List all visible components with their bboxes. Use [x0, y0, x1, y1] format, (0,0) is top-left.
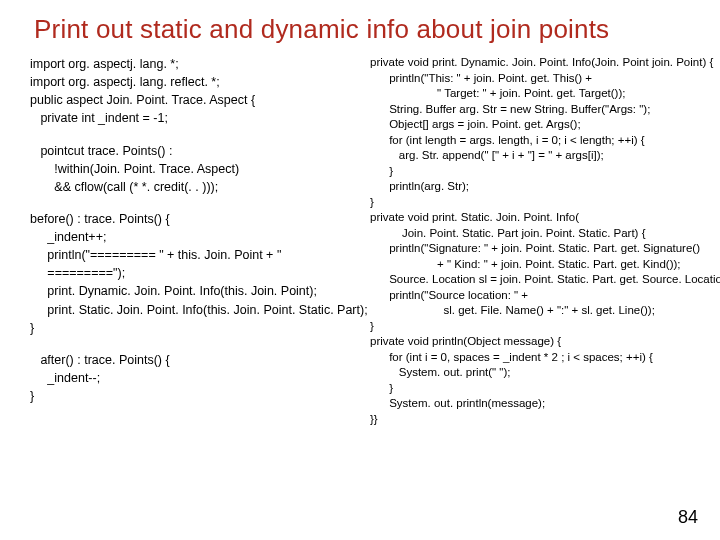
code-left-blank: [30, 196, 360, 210]
code-left-line: !within(Join. Point. Trace. Aspect): [30, 160, 360, 178]
code-right-line: " Target: " + join. Point. get. Target()…: [370, 86, 720, 102]
code-left-blank: [30, 337, 360, 351]
page-number: 84: [678, 507, 698, 528]
code-right-line: private void print. Static. Join. Point.…: [370, 210, 720, 226]
code-right-line: for (int i = 0, spaces = _indent * 2 ; i…: [370, 350, 720, 366]
code-left-line: import org. aspectj. lang. reflect. *;: [30, 73, 360, 91]
code-right-line: println("This: " + join. Point. get. Thi…: [370, 71, 720, 87]
code-left-line: }: [30, 387, 360, 405]
code-left-line: print. Dynamic. Join. Point. Info(this. …: [30, 282, 360, 300]
code-left-line: && cflow(call (* *. credit(. . )));: [30, 178, 360, 196]
code-right-line: private void println(Object message) {: [370, 334, 720, 350]
code-right-line: }: [370, 164, 720, 180]
code-column-right: private void print. Dynamic. Join. Point…: [370, 55, 720, 427]
code-left-line: import org. aspectj. lang. *;: [30, 55, 360, 73]
code-left-line: }: [30, 319, 360, 337]
code-right-line: arg. Str. append(" [" + i + "] = " + arg…: [370, 148, 720, 164]
code-right-line: sl. get. File. Name() + ":" + sl. get. L…: [370, 303, 720, 319]
slide: Print out static and dynamic info about …: [0, 0, 720, 540]
code-left-line: public aspect Join. Point. Trace. Aspect…: [30, 91, 360, 109]
code-right-line: for (int length = args. length, i = 0; i…: [370, 133, 720, 149]
code-left-line: _indent++;: [30, 228, 360, 246]
code-left-line: before() : trace. Points() {: [30, 210, 360, 228]
code-right-line: }: [370, 381, 720, 397]
code-column-left: import org. aspectj. lang. *;import org.…: [30, 55, 370, 427]
code-right-line: println(arg. Str);: [370, 179, 720, 195]
code-right-line: String. Buffer arg. Str = new String. Bu…: [370, 102, 720, 118]
code-right-line: Join. Point. Static. Part join. Point. S…: [370, 226, 720, 242]
code-left-line: pointcut trace. Points() :: [30, 142, 360, 160]
code-right-line: System. out. print(" ");: [370, 365, 720, 381]
code-left-line: private int _indent = -1;: [30, 109, 360, 127]
code-left-line: println("========= " + this. Join. Point…: [30, 246, 360, 264]
code-right-line: }}: [370, 412, 720, 428]
code-right-line: Source. Location sl = join. Point. Stati…: [370, 272, 720, 288]
code-left-line: print. Static. Join. Point. Info(this. J…: [30, 301, 360, 319]
code-left-blank: [30, 128, 360, 142]
code-left-line: _indent--;: [30, 369, 360, 387]
code-right-line: println("Source location: " +: [370, 288, 720, 304]
code-right-line: System. out. println(message);: [370, 396, 720, 412]
code-right-line: }: [370, 319, 720, 335]
code-right-line: println("Signature: " + join. Point. Sta…: [370, 241, 720, 257]
code-right-line: Object[] args = join. Point. get. Args()…: [370, 117, 720, 133]
code-right-line: }: [370, 195, 720, 211]
slide-body: import org. aspectj. lang. *;import org.…: [0, 55, 720, 427]
code-left-line: after() : trace. Points() {: [30, 351, 360, 369]
slide-title: Print out static and dynamic info about …: [0, 0, 720, 55]
code-left-line: =========");: [30, 264, 360, 282]
code-right-line: private void print. Dynamic. Join. Point…: [370, 55, 720, 71]
code-right-line: + " Kind: " + join. Point. Static. Part.…: [370, 257, 720, 273]
